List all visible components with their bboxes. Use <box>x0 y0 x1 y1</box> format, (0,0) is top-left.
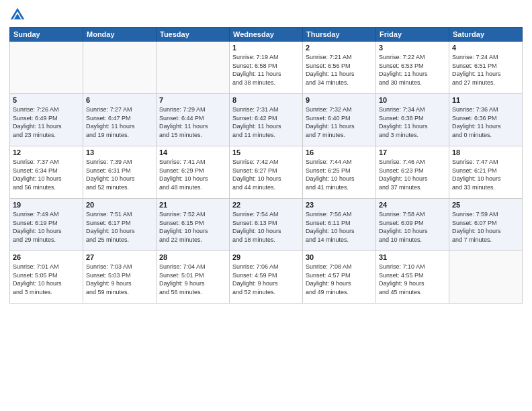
day-cell: 26Sunrise: 7:01 AM Sunset: 5:05 PM Dayli… <box>10 251 83 304</box>
day-cell: 15Sunrise: 7:42 AM Sunset: 6:27 PM Dayli… <box>230 146 303 199</box>
day-cell: 11Sunrise: 7:36 AM Sunset: 6:36 PM Dayli… <box>449 94 523 146</box>
day-number: 27 <box>86 253 153 261</box>
day-number: 10 <box>379 96 446 104</box>
day-number: 2 <box>306 44 373 52</box>
day-info: Sunrise: 7:01 AM Sunset: 5:05 PM Dayligh… <box>13 263 80 296</box>
page: SundayMondayTuesdayWednesdayThursdayFrid… <box>0 0 532 411</box>
day-cell: 28Sunrise: 7:04 AM Sunset: 5:01 PM Dayli… <box>157 251 230 304</box>
day-number: 19 <box>13 201 80 209</box>
day-cell: 23Sunrise: 7:56 AM Sunset: 6:11 PM Dayli… <box>303 199 376 251</box>
day-info: Sunrise: 7:32 AM Sunset: 6:40 PM Dayligh… <box>306 105 373 139</box>
day-info: Sunrise: 7:36 AM Sunset: 6:36 PM Dayligh… <box>452 105 519 139</box>
day-number: 1 <box>232 44 300 52</box>
day-number: 31 <box>379 253 446 261</box>
day-info: Sunrise: 7:59 AM Sunset: 6:07 PM Dayligh… <box>452 210 519 244</box>
day-info: Sunrise: 7:52 AM Sunset: 6:15 PM Dayligh… <box>159 210 226 244</box>
day-cell: 22Sunrise: 7:54 AM Sunset: 6:13 PM Dayli… <box>230 199 303 251</box>
week-row-5: 26Sunrise: 7:01 AM Sunset: 5:05 PM Dayli… <box>10 251 523 304</box>
day-info: Sunrise: 7:39 AM Sunset: 6:31 PM Dayligh… <box>86 158 153 191</box>
day-number: 16 <box>306 148 373 156</box>
day-cell: 12Sunrise: 7:37 AM Sunset: 6:34 PM Dayli… <box>10 146 83 199</box>
day-number: 18 <box>452 148 519 156</box>
day-info: Sunrise: 7:47 AM Sunset: 6:21 PM Dayligh… <box>452 158 519 191</box>
day-cell <box>157 42 230 94</box>
day-number: 4 <box>452 44 519 52</box>
day-cell: 18Sunrise: 7:47 AM Sunset: 6:21 PM Dayli… <box>449 146 523 199</box>
day-cell: 27Sunrise: 7:03 AM Sunset: 5:03 PM Dayli… <box>83 251 157 304</box>
day-info: Sunrise: 7:26 AM Sunset: 6:49 PM Dayligh… <box>13 105 80 139</box>
day-number: 30 <box>306 253 373 261</box>
day-number: 14 <box>159 148 226 156</box>
day-number: 15 <box>232 148 300 156</box>
logo-icon <box>9 7 26 23</box>
day-info: Sunrise: 7:37 AM Sunset: 6:34 PM Dayligh… <box>13 158 80 191</box>
day-cell: 13Sunrise: 7:39 AM Sunset: 6:31 PM Dayli… <box>83 146 157 199</box>
weekday-header-thursday: Thursday <box>303 28 376 42</box>
week-row-4: 19Sunrise: 7:49 AM Sunset: 6:19 PM Dayli… <box>10 199 523 251</box>
day-info: Sunrise: 7:56 AM Sunset: 6:11 PM Dayligh… <box>306 210 373 244</box>
day-number: 6 <box>86 96 153 104</box>
day-info: Sunrise: 7:19 AM Sunset: 6:58 PM Dayligh… <box>232 53 300 87</box>
day-cell: 17Sunrise: 7:46 AM Sunset: 6:23 PM Dayli… <box>376 146 449 199</box>
day-number: 23 <box>306 201 373 209</box>
weekday-header-wednesday: Wednesday <box>230 28 303 42</box>
day-number: 9 <box>306 96 373 104</box>
day-cell <box>449 251 523 304</box>
day-info: Sunrise: 7:08 AM Sunset: 4:57 PM Dayligh… <box>306 263 373 296</box>
day-cell: 20Sunrise: 7:51 AM Sunset: 6:17 PM Dayli… <box>83 199 157 251</box>
day-number: 21 <box>159 201 226 209</box>
weekday-header-saturday: Saturday <box>449 28 523 42</box>
day-info: Sunrise: 7:06 AM Sunset: 4:59 PM Dayligh… <box>232 263 300 296</box>
day-info: Sunrise: 7:22 AM Sunset: 6:53 PM Dayligh… <box>379 53 446 87</box>
day-cell <box>83 42 157 94</box>
weekday-header-sunday: Sunday <box>10 28 83 42</box>
day-cell: 8Sunrise: 7:31 AM Sunset: 6:42 PM Daylig… <box>230 94 303 146</box>
day-cell: 5Sunrise: 7:26 AM Sunset: 6:49 PM Daylig… <box>10 94 83 146</box>
day-cell: 14Sunrise: 7:41 AM Sunset: 6:29 PM Dayli… <box>157 146 230 199</box>
week-row-1: 1Sunrise: 7:19 AM Sunset: 6:58 PM Daylig… <box>10 42 523 94</box>
day-info: Sunrise: 7:21 AM Sunset: 6:56 PM Dayligh… <box>306 53 373 87</box>
weekday-header-row: SundayMondayTuesdayWednesdayThursdayFrid… <box>10 28 523 42</box>
weekday-header-friday: Friday <box>376 28 449 42</box>
week-row-2: 5Sunrise: 7:26 AM Sunset: 6:49 PM Daylig… <box>10 94 523 146</box>
day-number: 13 <box>86 148 153 156</box>
day-info: Sunrise: 7:34 AM Sunset: 6:38 PM Dayligh… <box>379 105 446 139</box>
day-info: Sunrise: 7:51 AM Sunset: 6:17 PM Dayligh… <box>86 210 153 244</box>
day-cell: 25Sunrise: 7:59 AM Sunset: 6:07 PM Dayli… <box>449 199 523 251</box>
day-info: Sunrise: 7:42 AM Sunset: 6:27 PM Dayligh… <box>232 158 300 191</box>
day-info: Sunrise: 7:46 AM Sunset: 6:23 PM Dayligh… <box>379 158 446 191</box>
day-cell: 19Sunrise: 7:49 AM Sunset: 6:19 PM Dayli… <box>10 199 83 251</box>
day-cell: 30Sunrise: 7:08 AM Sunset: 4:57 PM Dayli… <box>303 251 376 304</box>
day-cell: 6Sunrise: 7:27 AM Sunset: 6:47 PM Daylig… <box>83 94 157 146</box>
weekday-header-monday: Monday <box>83 28 157 42</box>
day-number: 11 <box>452 96 519 104</box>
day-info: Sunrise: 7:10 AM Sunset: 4:55 PM Dayligh… <box>379 263 446 296</box>
header <box>9 7 523 23</box>
day-info: Sunrise: 7:41 AM Sunset: 6:29 PM Dayligh… <box>159 158 226 191</box>
day-cell: 9Sunrise: 7:32 AM Sunset: 6:40 PM Daylig… <box>303 94 376 146</box>
day-info: Sunrise: 7:58 AM Sunset: 6:09 PM Dayligh… <box>379 210 446 244</box>
day-cell: 10Sunrise: 7:34 AM Sunset: 6:38 PM Dayli… <box>376 94 449 146</box>
day-info: Sunrise: 7:04 AM Sunset: 5:01 PM Dayligh… <box>159 263 226 296</box>
day-cell: 24Sunrise: 7:58 AM Sunset: 6:09 PM Dayli… <box>376 199 449 251</box>
day-cell: 2Sunrise: 7:21 AM Sunset: 6:56 PM Daylig… <box>303 42 376 94</box>
day-number: 24 <box>379 201 446 209</box>
day-cell: 21Sunrise: 7:52 AM Sunset: 6:15 PM Dayli… <box>157 199 230 251</box>
day-number: 22 <box>232 201 300 209</box>
day-number: 29 <box>232 253 300 261</box>
day-number: 20 <box>86 201 153 209</box>
day-cell: 3Sunrise: 7:22 AM Sunset: 6:53 PM Daylig… <box>376 42 449 94</box>
day-cell: 1Sunrise: 7:19 AM Sunset: 6:58 PM Daylig… <box>230 42 303 94</box>
day-info: Sunrise: 7:54 AM Sunset: 6:13 PM Dayligh… <box>232 210 300 244</box>
day-cell <box>10 42 83 94</box>
day-cell: 29Sunrise: 7:06 AM Sunset: 4:59 PM Dayli… <box>230 251 303 304</box>
day-cell: 4Sunrise: 7:24 AM Sunset: 6:51 PM Daylig… <box>449 42 523 94</box>
day-info: Sunrise: 7:31 AM Sunset: 6:42 PM Dayligh… <box>232 105 300 139</box>
day-info: Sunrise: 7:27 AM Sunset: 6:47 PM Dayligh… <box>86 105 153 139</box>
calendar: SundayMondayTuesdayWednesdayThursdayFrid… <box>9 27 523 304</box>
day-info: Sunrise: 7:24 AM Sunset: 6:51 PM Dayligh… <box>452 53 519 87</box>
day-info: Sunrise: 7:49 AM Sunset: 6:19 PM Dayligh… <box>13 210 80 244</box>
weekday-header-tuesday: Tuesday <box>157 28 230 42</box>
day-info: Sunrise: 7:29 AM Sunset: 6:44 PM Dayligh… <box>159 105 226 139</box>
day-number: 25 <box>452 201 519 209</box>
